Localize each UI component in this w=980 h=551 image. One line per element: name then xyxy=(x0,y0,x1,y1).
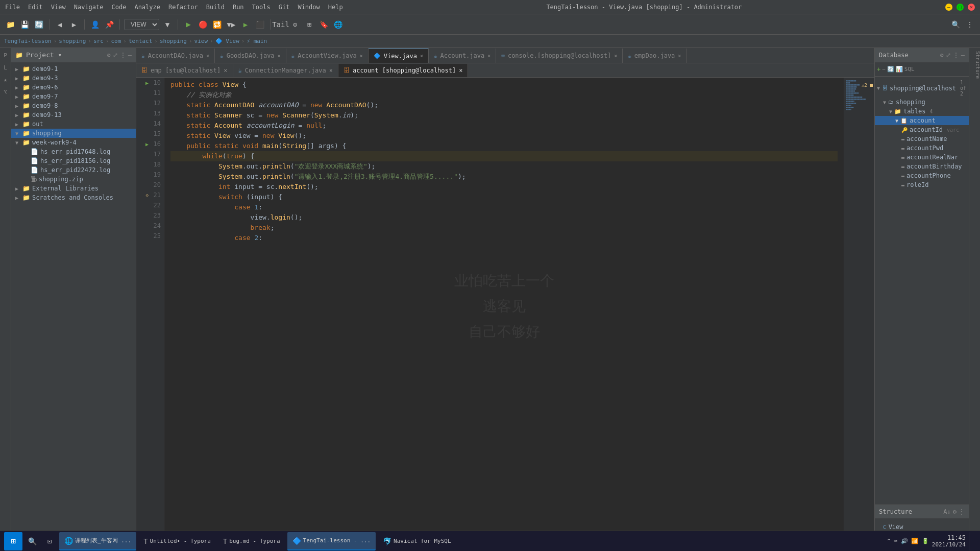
tab-close-icon[interactable]: × xyxy=(360,53,363,59)
toolbar-layout-btn[interactable]: ⊞ xyxy=(303,18,315,31)
structure-panel-icon[interactable]: Structure xyxy=(969,51,981,79)
tab-goodsdao[interactable]: ☕ GoodsDAO.java × xyxy=(215,49,286,63)
menu-edit[interactable]: Edit xyxy=(28,4,43,11)
tree-item-week-work9-4[interactable]: ▼ 📁 week-work9-4 xyxy=(11,138,136,147)
breadcrumb-root[interactable]: TengTai-lesson xyxy=(4,38,52,44)
db-expand-icon[interactable]: ⤢ xyxy=(946,52,951,59)
breadcrumb-main[interactable]: ⚡ main xyxy=(247,38,267,44)
toolbar-coverage-btn[interactable]: 🔁 xyxy=(211,18,223,31)
taskbar-typora1[interactable]: T Untitled• - Typora xyxy=(138,532,216,550)
toolbar-debug-btn[interactable]: 🔴 xyxy=(197,18,209,31)
db-connection-shopping[interactable]: ▼ 🗄 shopping@localhost 1 of 2 xyxy=(875,79,969,98)
db-col-accountname[interactable]: ▬ accountName xyxy=(875,134,969,143)
tab-accountdao[interactable]: ☕ AccountDAO.java × xyxy=(136,49,215,63)
menu-analyze[interactable]: Analyze xyxy=(134,4,160,11)
taskbar-search[interactable]: 🔍 xyxy=(24,532,40,550)
code-content[interactable]: 业怕吃苦上一个 逃客见 自己不够好 public class View { //… xyxy=(164,78,844,536)
tree-item-demo9-6[interactable]: ▶ 📁 demo9-6 xyxy=(11,83,136,92)
minimize-button[interactable]: — xyxy=(945,4,952,11)
toolbar-open-btn[interactable]: 📁 xyxy=(4,18,16,31)
tab-close-icon[interactable]: × xyxy=(329,67,333,74)
breadcrumb-tentact[interactable]: tentact xyxy=(129,38,152,44)
start-button[interactable]: ⊞ xyxy=(4,532,22,550)
toolbar-bookmark-btn[interactable]: 🔖 xyxy=(317,18,330,31)
toolbar-tail-btn[interactable]: Tail xyxy=(275,18,287,31)
db-more-icon[interactable]: ⋮ xyxy=(953,52,959,59)
close-button[interactable]: ✕ xyxy=(968,4,975,11)
structure-more-icon[interactable]: ⋮ xyxy=(959,508,965,515)
structure-filter-icon[interactable]: ⚙ xyxy=(953,508,957,515)
tree-item-out[interactable]: ▶ 📁 out xyxy=(11,119,136,129)
tab-empdao[interactable]: ☕ empDao.java × xyxy=(623,49,687,63)
tab-account-java[interactable]: ☕ Account.java × xyxy=(429,49,496,63)
toolbar-run-configs-btn[interactable]: 👤 xyxy=(89,18,101,31)
db-table-icon[interactable]: 📊 xyxy=(896,66,903,73)
db-col-accountpwd[interactable]: ▬ accountPwd xyxy=(875,143,969,153)
menu-code[interactable]: Code xyxy=(112,4,127,11)
taskbar-edge[interactable]: 🌐 课程列表_牛客网 ... xyxy=(59,532,136,550)
project-gear-icon[interactable]: ⚙ xyxy=(107,52,111,59)
tree-item-demo9-13[interactable]: ▶ 📁 demo9-13 xyxy=(11,110,136,119)
show-desktop-button[interactable] xyxy=(969,532,972,550)
code-editor[interactable]: ▶ 10 11 12 13 14 15 ▶ 16 17 18 19 20 ◇ 2… xyxy=(136,78,874,536)
taskbar-clock[interactable]: 11:45 2021/10/24 xyxy=(932,534,966,548)
db-col-roleid[interactable]: ▬ roleId xyxy=(875,180,969,189)
toolbar-dropdown-btn[interactable]: ▼ xyxy=(161,18,174,31)
view-dropdown[interactable]: VIEW xyxy=(124,19,159,30)
db-close-icon[interactable]: — xyxy=(961,52,965,59)
breadcrumb-shopping[interactable]: shopping xyxy=(59,38,86,44)
db-add-icon[interactable]: + xyxy=(877,66,880,73)
stab-emp[interactable]: 🗄 emp [stu@localhost] × xyxy=(136,64,233,77)
tree-item-log1[interactable]: 📄 hs_err_pid17648.log xyxy=(11,147,136,156)
toolbar-run-all-btn[interactable]: ▶ xyxy=(239,18,252,31)
tab-close-icon[interactable]: × xyxy=(614,53,617,59)
project-close-icon[interactable]: — xyxy=(128,52,132,59)
run-gutter-icon[interactable]: ▶ xyxy=(145,141,149,147)
toolbar-coverage2-btn[interactable]: ⊙ xyxy=(289,18,301,31)
toolbar-back-btn[interactable]: ◀ xyxy=(54,18,66,31)
db-col-accountrealnar[interactable]: ▬ accountRealNar xyxy=(875,153,969,162)
run-gutter-icon[interactable]: ▶ xyxy=(145,80,149,86)
tree-item-external-libs[interactable]: ▶ 📁 External Libraries xyxy=(11,184,136,193)
toolbar-sync-btn[interactable]: 🔄 xyxy=(33,18,45,31)
toolbar-save-btn[interactable]: 💾 xyxy=(18,18,31,31)
tab-accountview[interactable]: ☕ AccountView.java × xyxy=(286,49,369,63)
db-col-accountphone[interactable]: ▬ accountPhone xyxy=(875,171,969,180)
taskbar-navicat[interactable]: 🐬 Navicat for MySQL xyxy=(378,532,456,550)
tab-close-icon[interactable]: × xyxy=(459,67,462,74)
taskbar-typora2[interactable]: T bug.md - Typora xyxy=(218,532,285,550)
menu-view[interactable]: View xyxy=(51,4,66,11)
project-expand-icon[interactable]: ⤢ xyxy=(113,52,118,59)
tree-item-demo9-7[interactable]: ▶ 📁 demo9-7 xyxy=(11,92,136,101)
breadcrumb-view-class[interactable]: 🔷 View xyxy=(215,38,239,44)
menu-refactor[interactable]: Refactor xyxy=(168,4,198,11)
structure-sort-icon[interactable]: A↓ xyxy=(943,508,950,515)
taskbar-idea[interactable]: 🔷 TengTai-lesson - ... xyxy=(287,532,376,550)
toolbar-translate-btn[interactable]: 🌐 xyxy=(332,18,344,31)
tree-item-demo9-8[interactable]: ▶ 📁 demo9-8 xyxy=(11,101,136,110)
toolbar-stop-btn[interactable]: ⬛ xyxy=(254,18,266,31)
toolbar-forward-btn[interactable]: ▶ xyxy=(68,18,80,31)
tree-item-shopping-zip[interactable]: 🗜 shopping.zip xyxy=(11,175,136,184)
taskbar-taskview[interactable]: ⊡ xyxy=(42,532,57,550)
tab-view-java[interactable]: 🔷 View.java × xyxy=(369,49,429,63)
db-refresh-icon[interactable]: 🔄 xyxy=(887,66,894,73)
stab-account[interactable]: 🗄 account [shopping@localhost] × xyxy=(338,64,469,77)
tree-item-demo9-1[interactable]: ▶ 📁 demo9-1 xyxy=(11,64,136,74)
menu-window[interactable]: Window xyxy=(298,4,320,11)
menu-tools[interactable]: Tools xyxy=(252,4,271,11)
stab-connectionmanager[interactable]: ☕ ConnectionManager.java × xyxy=(233,64,338,77)
tree-item-log3[interactable]: 📄 hs_err_pid22472.log xyxy=(11,165,136,175)
menu-navigate[interactable]: Navigate xyxy=(74,4,104,11)
sidebar-git-icon[interactable]: ⌥ xyxy=(1,88,10,97)
menu-file[interactable]: File xyxy=(5,4,20,11)
toolbar-run-btn[interactable]: ▶ xyxy=(182,18,194,31)
db-sql-icon[interactable]: SQL xyxy=(904,66,915,73)
db-schema-shopping[interactable]: ▼ 🗂 shopping xyxy=(875,98,969,107)
breadcrumb-shopping2[interactable]: shopping xyxy=(160,38,187,44)
tree-item-shopping[interactable]: ▼ 📁 shopping xyxy=(11,129,136,138)
toolbar-more-run-btn[interactable]: ▼▶ xyxy=(225,18,237,31)
db-gear-icon[interactable]: ⚙ xyxy=(940,52,944,59)
tab-console[interactable]: ⌨ console.[shopping@localhost] × xyxy=(496,49,623,63)
db-table-account[interactable]: ▼ 📋 account xyxy=(875,116,969,125)
